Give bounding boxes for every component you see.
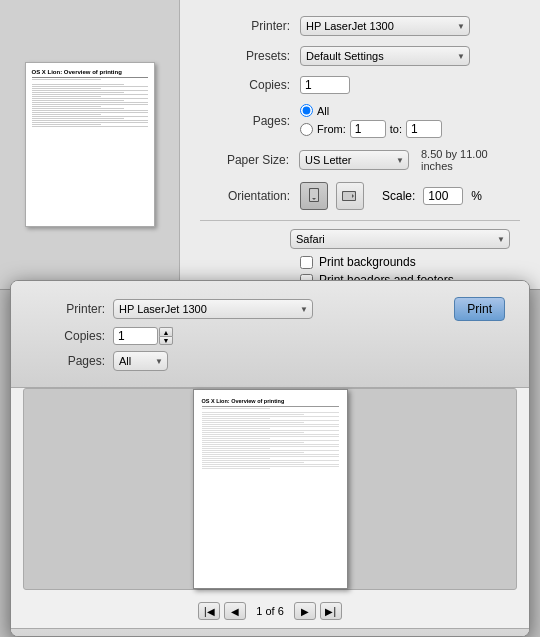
next-page-button[interactable]: ▶ — [294, 602, 316, 620]
top-print-panel: OS X Lion: Overview of printing — [0, 0, 540, 290]
mini-line — [202, 422, 305, 423]
mini-line — [202, 420, 339, 421]
preview-line — [32, 102, 148, 103]
mini-line — [202, 426, 339, 427]
compact-form: Printer: HP LaserJet 1300 Print Copies: … — [23, 289, 517, 379]
printer-select[interactable]: HP LaserJet 1300 — [300, 16, 470, 36]
pages-from-input[interactable] — [350, 120, 386, 138]
page-indicator: 1 of 6 — [250, 605, 290, 617]
compact-pages-select[interactable]: All 1 page — [113, 351, 168, 371]
compact-print-dialog: Printer: HP LaserJet 1300 Print Copies: … — [10, 280, 530, 637]
prev-page-button[interactable]: ◀ — [224, 602, 246, 620]
scale-label: Scale: — [382, 189, 415, 203]
compact-copies-input[interactable] — [113, 327, 158, 345]
paper-size-label: Paper Size: — [200, 153, 289, 167]
safari-plugin-row: Safari Print backgrounds Print headers a… — [200, 220, 520, 287]
mini-line — [202, 450, 339, 451]
compact-pages-select-wrapper: All 1 page — [113, 351, 168, 371]
pages-all-label: All — [317, 105, 329, 117]
compact-copies-label: Copies: — [35, 329, 105, 343]
pages-from-radio[interactable] — [300, 123, 313, 136]
preview-line — [32, 108, 125, 109]
paper-size-controls: US Letter 8.50 by 11.00 inches — [299, 148, 520, 172]
preview-line — [32, 90, 148, 91]
mini-line — [202, 412, 339, 413]
portrait-button[interactable] — [300, 182, 328, 210]
print-button[interactable]: Print — [454, 297, 505, 321]
preview-title: OS X Lion: Overview of printing — [32, 69, 148, 75]
pages-radio-group: All From: to: — [300, 104, 442, 138]
landscape-icon — [341, 189, 359, 203]
preview-line — [32, 79, 102, 80]
mini-doc-title: OS X Lion: Overview of printing — [202, 398, 339, 404]
copies-label: Copies: — [200, 78, 290, 92]
paper-size-select[interactable]: US Letter — [299, 150, 409, 170]
preview-line — [32, 106, 102, 107]
compact-printer-select[interactable]: HP LaserJet 1300 — [113, 299, 313, 319]
page-navigation: |◀ ◀ 1 of 6 ▶ ▶| — [11, 598, 529, 628]
presets-row: Presets: Default Settings — [200, 46, 520, 66]
preview-line — [32, 116, 148, 117]
preview-line — [32, 124, 102, 125]
mini-line — [202, 462, 305, 463]
print-backgrounds-checkbox[interactable] — [300, 256, 313, 269]
copies-input[interactable] — [300, 76, 350, 94]
mini-line — [202, 446, 339, 447]
copies-decrement-button[interactable]: ▼ — [159, 336, 173, 345]
preview-content — [32, 84, 148, 127]
print-backgrounds-label: Print backgrounds — [319, 255, 416, 269]
print-settings-area: Printer: HP LaserJet 1300 Presets: Defau… — [180, 0, 540, 289]
preview-line — [32, 114, 102, 115]
scale-input[interactable] — [423, 187, 463, 205]
mini-line — [202, 434, 339, 435]
presets-label: Presets: — [200, 49, 290, 63]
last-page-button[interactable]: ▶| — [320, 602, 342, 620]
preview-line — [32, 112, 148, 113]
mini-line — [202, 430, 339, 431]
preview-line — [32, 104, 148, 105]
preview-line — [32, 77, 148, 78]
print-backgrounds-row: Print backgrounds — [200, 255, 520, 269]
mini-line — [202, 444, 339, 445]
safari-select[interactable]: Safari — [290, 229, 510, 249]
preview-line — [32, 84, 125, 85]
mini-line — [202, 468, 271, 469]
landscape-button[interactable] — [336, 182, 364, 210]
preview-line — [32, 98, 148, 99]
preview-line — [32, 100, 125, 101]
orientation-label: Orientation: — [200, 189, 290, 203]
safari-select-wrapper: Safari — [200, 229, 510, 249]
first-page-button[interactable]: |◀ — [198, 602, 220, 620]
mini-line — [202, 436, 339, 437]
compact-printer-label: Printer: — [35, 302, 105, 316]
pages-all-radio[interactable] — [300, 104, 313, 117]
preview-line — [32, 118, 125, 119]
mini-line — [202, 464, 339, 465]
pages-from-row: From: to: — [300, 120, 442, 138]
presets-select[interactable]: Default Settings — [300, 46, 470, 66]
preview-line — [32, 120, 148, 121]
portrait-icon — [307, 187, 321, 205]
copies-increment-button[interactable]: ▲ — [159, 327, 173, 336]
mini-line — [202, 442, 305, 443]
orientation-row: Orientation: Scale: — [200, 182, 520, 210]
mini-line — [202, 454, 339, 455]
pages-row: Pages: All From: to: — [200, 104, 520, 138]
pages-to-input[interactable] — [406, 120, 442, 138]
compact-pages-label: Pages: — [35, 354, 105, 368]
copies-row: Copies: — [200, 76, 520, 94]
compact-printer-select-wrapper: HP LaserJet 1300 — [113, 299, 313, 319]
compact-document-thumbnail: OS X Lion: Overview of printing — [193, 389, 348, 589]
preview-line — [32, 86, 148, 87]
preview-line — [32, 110, 148, 111]
compact-copies-row: Copies: ▲ ▼ — [35, 327, 505, 345]
preview-line — [32, 94, 148, 95]
dialog-toolbar: ? PDF ▼ Show Details Cancel Print — [11, 628, 529, 637]
mini-line — [202, 452, 305, 453]
pages-to-label: to: — [390, 123, 402, 135]
preview-line — [32, 122, 148, 123]
mini-line — [202, 440, 339, 441]
preview-line — [32, 96, 102, 97]
mini-line — [202, 416, 339, 417]
mini-line — [202, 432, 305, 433]
